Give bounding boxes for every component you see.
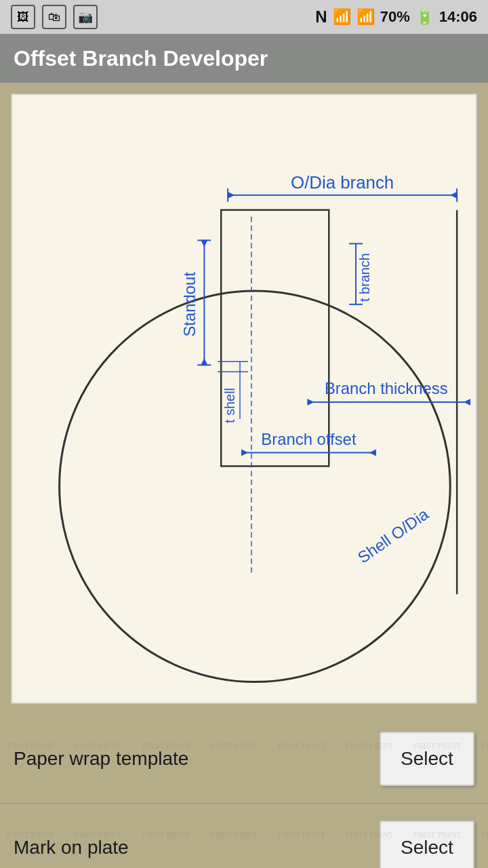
bottom-section: Paper wrap template Select Mark on plate… [0, 715, 488, 868]
mark-on-plate-select-button[interactable]: Select [380, 821, 474, 868]
label-o-dia-branch: O/Dia branch [291, 173, 394, 192]
shopping-icon: 🛍 [42, 5, 66, 29]
main-content: O/Dia branch Standout t branch t shell [0, 83, 488, 715]
paper-wrap-row: Paper wrap template Select [0, 715, 488, 803]
clock: 14:06 [439, 8, 477, 26]
label-t-branch: t branch [357, 253, 372, 302]
label-standout: Standout [180, 272, 199, 337]
technical-diagram: O/Dia branch Standout t branch t shell [12, 95, 476, 703]
signal-icon: 📶 [357, 8, 375, 26]
status-bar-right: N 📶 📶 70% 🔋 14:06 [315, 7, 477, 26]
status-bar: 🖼 🛍 📷 N 📶 📶 70% 🔋 14:06 [0, 0, 488, 34]
wifi-icon: 📶 [333, 8, 351, 26]
status-bar-left: 🖼 🛍 📷 [11, 5, 98, 29]
title-bar: Offset Branch Developer [0, 34, 488, 83]
mark-on-plate-label: Mark on plate [14, 837, 129, 859]
label-t-shell: t shell [222, 388, 237, 423]
nfc-icon: N [315, 7, 327, 26]
mark-on-plate-row: Mark on plate Select [0, 804, 488, 868]
battery-percent: 70% [380, 8, 410, 26]
diagram-container: O/Dia branch Standout t branch t shell [11, 94, 477, 704]
label-branch-thickness: Branch thickness [325, 379, 448, 397]
paper-wrap-select-button[interactable]: Select [380, 732, 474, 786]
gallery-icon: 🖼 [11, 5, 35, 29]
camera-icon: 📷 [73, 5, 98, 29]
paper-wrap-label: Paper wrap template [14, 748, 188, 770]
page-title: Offset Branch Developer [14, 46, 268, 71]
label-branch-offset: Branch offset [261, 430, 357, 448]
battery-icon: 🔋 [415, 8, 434, 26]
